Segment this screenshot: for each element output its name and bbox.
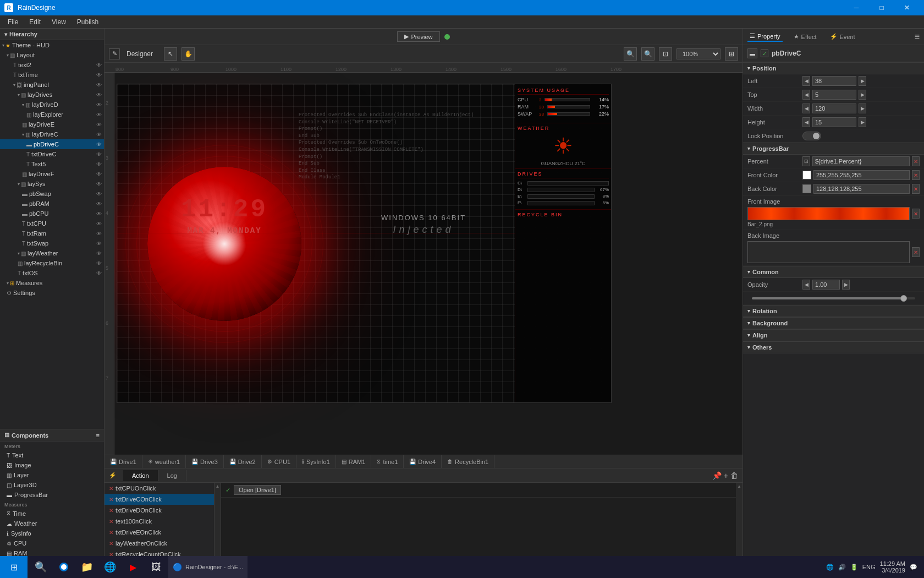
- eye-icon[interactable]: 👁: [96, 201, 102, 207]
- tree-pbcpu[interactable]: ▬ pbCPU 👁: [0, 209, 104, 219]
- taskbar-app-explorer[interactable]: 📁: [76, 556, 98, 578]
- width-input[interactable]: [812, 103, 856, 113]
- zoom-in-button[interactable]: 🔍: [641, 47, 654, 61]
- notification-icon[interactable]: 💬: [910, 564, 917, 571]
- comp-progressbar[interactable]: ▬ ProgressBar: [0, 490, 104, 500]
- height-increase[interactable]: ▶: [859, 117, 866, 127]
- file-tab-drive2[interactable]: 💾 Drive2: [224, 455, 262, 468]
- tree-laydrives[interactable]: ▾ ▥ layDrives 👁: [0, 90, 104, 100]
- panel-menu-icon[interactable]: ≡: [915, 32, 920, 42]
- tab-log[interactable]: Log: [158, 470, 186, 481]
- backimage-clear[interactable]: ✕: [912, 247, 920, 257]
- eye-icon[interactable]: 👁: [96, 211, 102, 217]
- eye-icon[interactable]: 👁: [96, 151, 102, 157]
- height-input[interactable]: [812, 117, 856, 127]
- eye-icon[interactable]: 👁: [96, 221, 102, 227]
- eye-icon[interactable]: 👁: [96, 132, 102, 138]
- action-txtdriveonclick[interactable]: ✕ txtDriveEOnClick: [105, 527, 214, 538]
- zoom-select[interactable]: 100% 50% 200%: [676, 48, 721, 59]
- comp-text[interactable]: T Text: [0, 450, 104, 460]
- comp-cpu[interactable]: ⚙ CPU: [0, 538, 104, 548]
- percent-clear[interactable]: ✕: [912, 156, 920, 166]
- height-decrease[interactable]: ◀: [802, 117, 810, 127]
- backcolor-swatch[interactable]: [802, 184, 811, 193]
- tree-txtos[interactable]: T txtOS 👁: [0, 268, 104, 278]
- start-button[interactable]: ⊞: [0, 556, 28, 578]
- comp-sysinfo[interactable]: ℹ SysInfo: [0, 528, 104, 538]
- tab-property[interactable]: ☰ Property: [747, 31, 783, 42]
- tree-txtdrivec[interactable]: T txtDriveC 👁: [0, 149, 104, 159]
- comp-layer[interactable]: ▥ Layer: [0, 470, 104, 480]
- preview-button[interactable]: ▶ Preview: [397, 31, 439, 42]
- minimize-button[interactable]: ─: [844, 0, 869, 15]
- tree-pbswap[interactable]: ▬ pbSwap 👁: [0, 189, 104, 199]
- pointer-tool[interactable]: ↖: [164, 47, 177, 61]
- left-input[interactable]: [812, 76, 856, 86]
- tab-action[interactable]: Action: [123, 470, 158, 481]
- eye-icon[interactable]: 👁: [96, 72, 102, 78]
- comp-image[interactable]: 🖼 Image: [0, 460, 104, 470]
- eye-icon[interactable]: 👁: [96, 82, 102, 88]
- frontcolor-input[interactable]: [813, 170, 910, 180]
- hand-tool[interactable]: ✋: [182, 47, 195, 61]
- backcolor-input[interactable]: [813, 184, 910, 194]
- tab-effect[interactable]: ★ Effect: [791, 32, 819, 41]
- designer-tab[interactable]: ✎: [109, 48, 120, 59]
- fit-button[interactable]: ⊡: [659, 47, 672, 61]
- file-tab-cpu1[interactable]: ⚙ CPU1: [262, 455, 296, 468]
- tree-imgpanel[interactable]: ▾ 🖼 imgPanel 👁: [0, 80, 104, 90]
- comp-layer3d[interactable]: ◫ Layer3D: [0, 480, 104, 490]
- tree-pbdrivec[interactable]: ▬ pbDriveC 👁: [0, 139, 104, 149]
- comp-time[interactable]: ⧖ Time: [0, 509, 104, 519]
- file-tab-drive4[interactable]: 💾 Drive4: [404, 455, 442, 468]
- eye-icon[interactable]: 👁: [96, 161, 102, 167]
- action-txtdriveonclick[interactable]: ✕ txtDriveCOnClick: [105, 494, 214, 505]
- tree-txttime[interactable]: T txtTime 👁: [0, 70, 104, 80]
- tree-txtram[interactable]: T txtRam 👁: [0, 228, 104, 238]
- tree-laydrive-c[interactable]: ▾ ▥ layDriveC 👁: [0, 129, 104, 139]
- action-txtcpuonclick[interactable]: ✕ txtCPUOnClick: [105, 483, 214, 494]
- tree-layout[interactable]: ▾ ▥ Layout: [0, 50, 104, 60]
- left-decrease[interactable]: ◀: [802, 76, 810, 86]
- components-menu-icon[interactable]: ≡: [96, 432, 100, 439]
- menu-edit[interactable]: Edit: [24, 17, 46, 27]
- eye-icon[interactable]: 👁: [96, 250, 102, 257]
- comp-weather[interactable]: ☁ Weather: [0, 519, 104, 528]
- tree-measures[interactable]: ▾ ⊞ Measures: [0, 278, 104, 288]
- frontimage-clear[interactable]: ✕: [912, 209, 920, 219]
- align-header[interactable]: ▾ Align: [743, 329, 924, 341]
- eye-icon[interactable]: 👁: [96, 112, 102, 118]
- opacity-input[interactable]: [812, 280, 840, 290]
- eye-icon[interactable]: 👁: [96, 231, 102, 237]
- close-button[interactable]: ✕: [894, 0, 920, 15]
- common-header[interactable]: ▾ Common: [743, 266, 924, 278]
- file-tab-drive1[interactable]: 💾 Drive1: [105, 455, 142, 468]
- action-text100nclick[interactable]: ✕ text100nClick: [105, 516, 214, 527]
- tree-laysys[interactable]: ▾ ▥ laySys 👁: [0, 179, 104, 189]
- zoom-out-button[interactable]: 🔍: [624, 47, 637, 61]
- tree-text2[interactable]: T text2 👁: [0, 60, 104, 70]
- tree-txtswap[interactable]: T txtSwap 👁: [0, 238, 104, 248]
- others-header[interactable]: ▾ Others: [743, 341, 924, 353]
- tree-laydrive-f[interactable]: ▥ layDriveF 👁: [0, 169, 104, 179]
- tree-theme-hud[interactable]: ▾ ★ Theme - HUD: [0, 40, 104, 50]
- tree-settings[interactable]: ⚙ Settings: [0, 288, 104, 298]
- tree-laydrive-e[interactable]: ▥ layDriveE 👁: [0, 119, 104, 129]
- file-tab-time1[interactable]: ⧖ time1: [371, 455, 404, 468]
- action-txtdrivdonclick[interactable]: ✕ txtDriveDOnClick: [105, 505, 214, 516]
- eye-icon[interactable]: 👁: [96, 62, 102, 68]
- file-tab-weather1[interactable]: ☀ weather1: [142, 455, 186, 468]
- backcolor-clear[interactable]: ✕: [912, 184, 920, 194]
- width-increase[interactable]: ▶: [859, 103, 866, 113]
- lockpos-toggle[interactable]: [802, 132, 821, 140]
- tree-layrecyclebin[interactable]: ▥ layRecycleBin 👁: [0, 258, 104, 268]
- scroll-up-icon[interactable]: ▲: [737, 484, 741, 489]
- percent-input[interactable]: [812, 156, 910, 166]
- file-tab-recyclebin1[interactable]: 🗑 RecycleBin1: [442, 455, 494, 468]
- taskbar-app-cortana[interactable]: [53, 556, 75, 578]
- action-layweatheronclick[interactable]: ✕ layWeatherOnClick: [105, 538, 214, 549]
- taskbar-app-photos[interactable]: 🖼: [145, 556, 167, 578]
- eye-icon[interactable]: 👁: [96, 241, 102, 247]
- background-header[interactable]: ▾ Background: [743, 317, 924, 329]
- opacity-increase[interactable]: ▶: [842, 280, 850, 290]
